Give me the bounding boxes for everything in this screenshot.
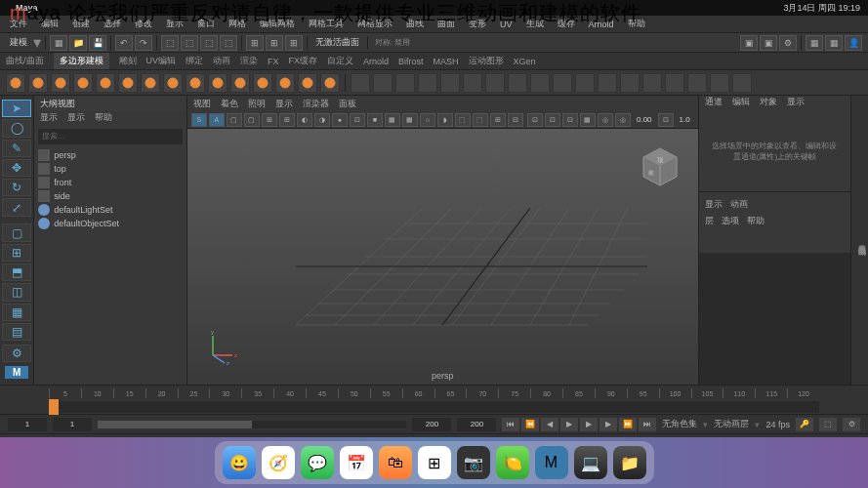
shelf-tool-icon[interactable] <box>642 73 662 93</box>
save-button[interactable]: 💾 <box>89 35 106 51</box>
layout-four[interactable]: ⊞ <box>2 244 31 262</box>
vp-menu-item[interactable]: 着色 <box>221 98 238 110</box>
shelf-tab[interactable]: 雕刻 <box>119 55 137 67</box>
shelf-tab[interactable]: XGen <box>514 57 536 66</box>
step-fwd-button[interactable]: ⏩ <box>619 418 637 431</box>
shelf-tab[interactable]: 运动图形 <box>469 55 504 67</box>
shelf-tab[interactable]: 多边形建模 <box>54 53 109 69</box>
open-button[interactable]: 📁 <box>69 35 87 51</box>
channel-tab[interactable]: 编辑 <box>732 96 750 111</box>
lasso-tool[interactable]: ◯ <box>2 119 31 137</box>
outliner-item[interactable]: front <box>38 176 183 189</box>
shelf-tool-icon[interactable] <box>485 73 505 93</box>
shelf-helix-icon[interactable] <box>230 73 250 93</box>
outliner-item[interactable]: side <box>38 189 183 203</box>
vp-btn[interactable]: ◐ <box>297 113 312 127</box>
shelf-gear-icon[interactable] <box>253 73 272 93</box>
render-button[interactable]: ▣ <box>740 35 758 51</box>
play-button[interactable]: ▶ <box>580 418 598 431</box>
shelf-tool-icon[interactable] <box>598 73 617 93</box>
viewport-canvas[interactable]: 顶 前 x y z persp <box>187 129 698 385</box>
snap-grid-button[interactable]: ⊞ <box>246 35 264 51</box>
layer-menu[interactable]: 选项 <box>722 215 739 227</box>
prefs-button[interactable]: ⚙ <box>843 418 860 431</box>
shelf-tab[interactable]: FX缓存 <box>289 55 318 67</box>
dock-app-icon[interactable]: 📅 <box>340 446 373 479</box>
workspace-dropdown[interactable]: 建模 <box>6 36 31 49</box>
shelf-tab[interactable]: FX <box>268 57 279 66</box>
dock-app-icon[interactable]: 🍋 <box>496 446 529 479</box>
shelf-sphere-icon[interactable] <box>6 73 25 93</box>
vp-btn[interactable]: ⊡ <box>562 113 578 127</box>
vp-btn[interactable]: ▢ <box>227 113 242 127</box>
dock-app-icon[interactable]: 📷 <box>457 446 490 479</box>
shelf-tool-icon[interactable] <box>575 73 595 93</box>
channel-tab[interactable]: 显示 <box>787 96 805 111</box>
sel-vert-button[interactable]: ⬚ <box>161 35 179 51</box>
shelf-text-icon[interactable] <box>275 73 295 93</box>
shelf-tool-icon[interactable] <box>687 73 707 93</box>
step-back-button[interactable]: ⏪ <box>521 418 539 431</box>
shelf-tool-icon[interactable] <box>732 73 752 93</box>
panel-button-2[interactable]: ▦ <box>825 35 843 51</box>
viewcube[interactable]: 顶 前 <box>636 142 684 191</box>
vp-menu-item[interactable]: 渲染器 <box>303 98 329 110</box>
dock-app-icon[interactable]: 💬 <box>301 446 334 479</box>
channel-tab[interactable]: 对象 <box>760 96 777 111</box>
vp-btn[interactable]: ⊡ <box>658 113 674 127</box>
snap-point-button[interactable]: ⊞ <box>285 35 303 51</box>
end-button[interactable]: ⏭ <box>639 418 656 431</box>
shelf-tool-icon[interactable] <box>620 73 640 93</box>
vp-btn[interactable]: ▦ <box>402 113 418 127</box>
vp-light-icon[interactable]: ☼ <box>420 113 435 127</box>
dock-app-icon[interactable]: 💻 <box>574 446 607 479</box>
sel-obj-button[interactable]: ⬚ <box>220 35 237 51</box>
no-anim-label[interactable]: 无动画层 <box>714 418 749 430</box>
shelf-tool-icon[interactable] <box>553 73 572 93</box>
outliner-item[interactable]: defaultLightSet <box>38 203 183 217</box>
vp-wireframe-icon[interactable]: ⊡ <box>350 113 365 127</box>
dock-app-icon[interactable]: 🛍 <box>379 446 412 479</box>
shelf-tool-icon[interactable] <box>508 73 527 93</box>
rewind-button[interactable]: ⏮ <box>502 418 519 431</box>
dock-app-icon[interactable]: ⊞ <box>418 446 451 479</box>
move-tool[interactable]: ✥ <box>2 159 31 177</box>
shelf-tool-icon[interactable] <box>373 73 393 93</box>
shelf-plane-icon[interactable] <box>118 73 138 93</box>
outliner-item[interactable]: persp <box>38 148 183 162</box>
channel-tab[interactable]: 通道 <box>705 96 723 111</box>
layer-menu[interactable]: 层 <box>705 215 714 227</box>
shelf-cube-icon[interactable] <box>28 73 48 93</box>
layer-tab[interactable]: 动画 <box>730 198 748 211</box>
acct-button[interactable]: 👤 <box>845 35 862 51</box>
redo-button[interactable]: ↷ <box>135 35 152 51</box>
shelf-tab[interactable]: Bifrost <box>398 57 424 66</box>
shelf-cylinder-icon[interactable] <box>51 73 70 93</box>
shelf-cone-icon[interactable] <box>73 73 93 93</box>
symmetry-label[interactable]: 对称: 禁用 <box>372 37 413 48</box>
vp-btn[interactable]: ◑ <box>314 113 330 127</box>
layer-tab[interactable]: 显示 <box>705 198 723 211</box>
range-end2[interactable]: 200 <box>457 418 496 431</box>
vp-menu-item[interactable]: 照明 <box>248 98 266 110</box>
layout-two-v[interactable]: ◫ <box>2 283 31 301</box>
shelf-super-icon[interactable] <box>320 73 340 93</box>
range-end[interactable]: 200 <box>412 418 451 431</box>
shelf-tab[interactable]: 自定义 <box>327 55 353 67</box>
vp-btn[interactable]: ⊡ <box>527 113 543 127</box>
shelf-tool-icon[interactable] <box>395 73 415 93</box>
fps-label[interactable]: 24 fps <box>765 420 790 429</box>
vp-btn[interactable]: ⊞ <box>262 113 277 127</box>
dock-app-icon[interactable]: 📁 <box>613 446 646 479</box>
render-settings-button[interactable]: ⚙ <box>779 35 797 51</box>
outliner-tab[interactable]: 帮助 <box>95 111 112 127</box>
right-ribbon[interactable]: 建模工具包 属性编辑器 <box>850 96 868 385</box>
shelf-tab[interactable]: 曲线/曲面 <box>6 55 44 67</box>
shelf-tab[interactable]: UV编辑 <box>146 55 177 67</box>
layout-two-h[interactable]: ⬒ <box>2 264 31 281</box>
layer-menu[interactable]: 帮助 <box>747 215 765 227</box>
shelf-torus-icon[interactable] <box>96 73 115 93</box>
shelf-tab[interactable]: MASH <box>434 57 459 66</box>
snap-curve-button[interactable]: ⊞ <box>266 35 283 51</box>
sel-face-button[interactable]: ⬚ <box>200 35 218 51</box>
